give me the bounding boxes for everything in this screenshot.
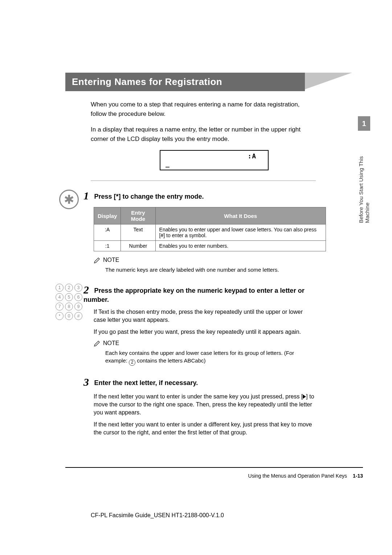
table-row: :A Text Enables you to enter upper and l… [94,224,326,241]
entry-mode-table: Display Entry Mode What It Does :A Text … [94,207,326,251]
right-arrow-icon [303,394,306,399]
step-title: Press the appropriate key on the numeric… [83,287,305,303]
step-3: 3 Enter the next letter, if necessary. I… [54,376,363,441]
step-number: 2 [83,284,89,296]
note-text: Each key contains the upper and lower ca… [105,349,309,365]
section-header: Entering Names for Registration [65,73,305,91]
table-header-mode: Entry Mode [121,207,155,224]
step-paragraph: If Text is the chosen entry mode, press … [94,308,316,324]
pencil-icon [94,340,101,347]
key-2-icon: 2 [129,359,135,366]
note-label: NOTE [94,340,316,347]
chapter-label: Before You Start Using This Machine [358,136,370,223]
step-paragraph: If the next letter you want to enter is … [94,393,316,417]
lcd-display: :A _ [160,150,269,170]
lcd-mode-indicator: :A [248,152,256,160]
page-footer: Using the Menus and Operation Panel Keys… [65,467,363,479]
step-2: 123 456 789 *0# 2 Press the appropriate … [54,284,363,366]
intro-paragraph-2: In a display that requires a name entry,… [91,125,316,143]
step-number: 3 [83,376,89,388]
chapter-number: 1 [358,116,370,131]
step-title: Enter the next letter, if necessary. [94,379,198,386]
step-paragraph: If you go past the letter you want, pres… [94,328,316,336]
page-number: 1-13 [353,473,363,479]
cell: Text [121,224,155,241]
keypad-icon: 123 456 789 *0# [56,284,82,320]
note-text: The numeric keys are clearly labeled wit… [105,266,309,274]
chapter-tab: 1 Before You Start Using This Machine [358,116,370,223]
step-title: Press [*] to change the entry mode. [94,193,204,200]
table-header-desc: What It Does [155,207,326,224]
table-header-display: Display [94,207,121,224]
pencil-icon [94,256,101,264]
step-number: 1 [83,190,89,202]
star-key-icon: ✱ [59,190,79,209]
divider [91,181,316,181]
table-row: :1 Number Enables you to enter numbers. [94,241,326,251]
note-label: NOTE [94,256,316,264]
cell: :1 [94,241,121,251]
footer-text: Using the Menus and Operation Panel Keys [248,473,347,479]
intro-paragraph-1: When you come to a step that requires en… [91,100,316,118]
cell: Enables you to enter numbers. [155,241,326,251]
lcd-cursor: _ [166,160,170,167]
cell: :A [94,224,121,241]
step-paragraph: If the next letter you want to enter is … [94,421,316,437]
cell: Number [121,241,155,251]
document-id: CF-PL Facsimile Guide_USEN HT1-2188-000-… [91,512,224,519]
step-1: ✱ 1 Press [*] to change the entry mode. … [54,190,363,274]
cell: Enables you to enter upper and lower cas… [155,224,326,241]
